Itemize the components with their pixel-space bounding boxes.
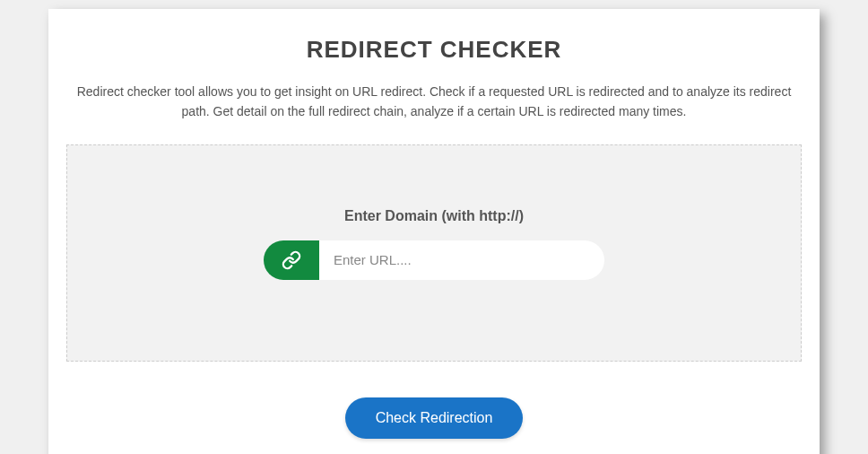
main-card: REDIRECT CHECKER Redirect checker tool a…: [48, 9, 820, 454]
link-icon: [264, 240, 319, 280]
url-input-group: [264, 240, 604, 280]
input-panel: Enter Domain (with http://): [66, 144, 802, 362]
page-title: REDIRECT CHECKER: [66, 36, 802, 64]
page-description: Redirect checker tool allows you to get …: [66, 82, 802, 122]
domain-input-label: Enter Domain (with http://): [85, 208, 783, 224]
url-input[interactable]: [319, 240, 604, 280]
submit-row: Check Redirection: [66, 397, 802, 439]
check-redirection-button[interactable]: Check Redirection: [345, 397, 524, 439]
